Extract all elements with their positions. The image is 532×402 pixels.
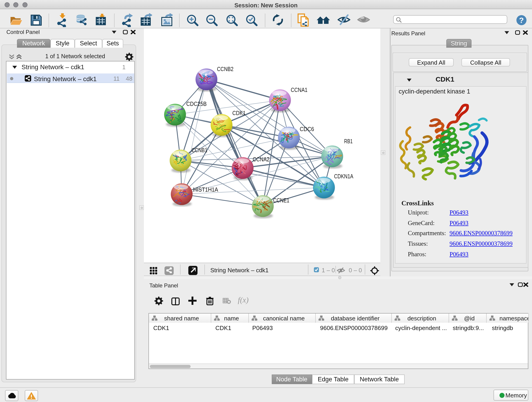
svg-text:CDK1: CDK1 — [232, 110, 246, 116]
svg-text:CDC6: CDC6 — [300, 126, 314, 132]
svg-text:CCNE1: CCNE1 — [273, 197, 289, 204]
svg-text:HIST1H1A: HIST1H1A — [193, 186, 218, 193]
svg-text:RB1: RB1 — [344, 138, 353, 144]
svg-text:CCNA1: CCNA1 — [291, 87, 307, 93]
svg-text:CDC25B: CDC25B — [186, 101, 207, 107]
svg-text:CCNB2: CCNB2 — [217, 66, 234, 72]
svg-text:CCNB1: CCNB1 — [191, 147, 207, 153]
svg-text:CCNA2: CCNA2 — [253, 156, 269, 162]
svg-text:?: ? — [519, 16, 524, 25]
svg-text:CDKN1A: CDKN1A — [334, 173, 353, 179]
